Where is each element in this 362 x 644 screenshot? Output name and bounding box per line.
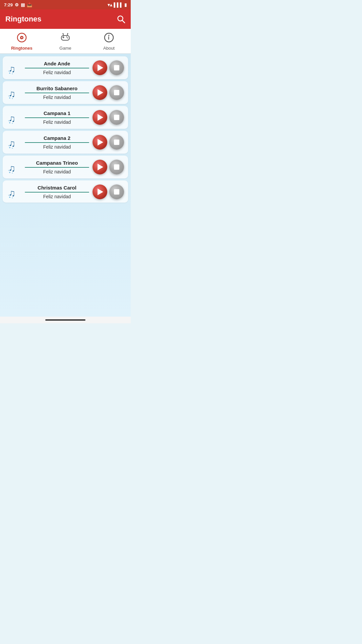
- about-tab-icon: i: [104, 32, 114, 44]
- svg-text:i: i: [108, 35, 109, 41]
- home-indicator: [45, 319, 85, 321]
- card-info: Burrito Sabanero Feliz navidad: [25, 86, 89, 100]
- svg-point-39: [9, 197, 10, 198]
- stop-button[interactable]: [109, 160, 124, 174]
- play-button[interactable]: [93, 160, 107, 174]
- svg-point-29: [8, 120, 9, 121]
- ringtone-card: ♫ Campana 1 Feliz navidad: [3, 106, 128, 129]
- ringtone-title: Ande Ande: [25, 61, 89, 66]
- music-note-icon: ♫: [8, 86, 20, 99]
- svg-point-13: [63, 33, 64, 34]
- stop-button[interactable]: [109, 110, 124, 125]
- music-icon-wrap: ♫: [7, 110, 21, 125]
- card-actions: [93, 110, 124, 125]
- ringtone-subtitle: Feliz navidad: [25, 194, 89, 199]
- svg-point-10: [67, 38, 68, 39]
- ringtone-title: Burrito Sabanero: [25, 86, 89, 91]
- stop-icon: [114, 115, 119, 120]
- sim-icon: ▤: [21, 2, 25, 7]
- card-actions: [93, 135, 124, 150]
- card-info: Campana 1 Feliz navidad: [25, 110, 89, 125]
- ringtone-subtitle: Feliz navidad: [25, 95, 89, 100]
- music-note-icon: ♫: [8, 111, 20, 124]
- play-button[interactable]: [93, 184, 107, 199]
- ringtone-subtitle: Feliz navidad: [25, 169, 89, 174]
- app-title: Ringtones: [5, 15, 42, 23]
- card-divider: [25, 93, 89, 93]
- card-divider: [25, 167, 89, 168]
- svg-line-1: [122, 20, 125, 23]
- ringtone-title: Campana 1: [25, 110, 89, 116]
- svg-point-21: [8, 71, 9, 72]
- music-icon-wrap: ♫: [7, 135, 21, 150]
- app-bar: Ringtones: [0, 9, 131, 29]
- play-icon: [98, 64, 103, 71]
- tab-game[interactable]: Game: [44, 29, 87, 53]
- music-icon-wrap: ♫: [7, 60, 21, 75]
- stop-icon: [114, 65, 119, 70]
- svg-point-14: [67, 33, 68, 34]
- card-actions: [93, 85, 124, 100]
- ringtone-title: Christmas Carol: [25, 185, 89, 191]
- notification-icon: 📥: [27, 2, 32, 7]
- card-info: Christmas Carol Feliz navidad: [25, 185, 89, 199]
- play-icon: [98, 189, 103, 195]
- time: 7:29: [4, 2, 13, 7]
- status-right: ▾▴ ▌▌▌ ▮: [108, 2, 127, 7]
- tab-about-label: About: [103, 46, 115, 51]
- svg-point-31: [9, 147, 10, 148]
- ringtone-card: ♫ Campana 2 Feliz navidad: [3, 131, 128, 154]
- bottom-bar: [0, 317, 131, 323]
- ringtone-subtitle: Feliz navidad: [25, 70, 89, 75]
- svg-point-25: [8, 96, 9, 97]
- tab-ringtones[interactable]: ♫ Ringtones: [0, 29, 44, 53]
- stop-button[interactable]: [109, 85, 124, 100]
- tab-about[interactable]: i About: [87, 29, 131, 53]
- stop-icon: [114, 90, 119, 95]
- card-info: Campana 2 Feliz navidad: [25, 135, 89, 150]
- svg-point-9: [66, 37, 67, 38]
- ringtone-title: Campana 2: [25, 135, 89, 141]
- music-note-icon: ♫: [8, 185, 20, 198]
- stop-button[interactable]: [109, 60, 124, 75]
- card-actions: [93, 184, 124, 199]
- game-tab-icon: [60, 32, 71, 44]
- music-note-icon: ♫: [8, 136, 20, 149]
- ringtone-title: Campanas Trineo: [25, 160, 89, 166]
- play-icon: [98, 164, 103, 170]
- svg-point-27: [9, 122, 10, 123]
- settings-icon: ⚙: [15, 2, 19, 7]
- stop-icon: [114, 140, 119, 145]
- play-icon: [98, 139, 103, 146]
- ringtone-card: ♫ Christmas Carol Feliz navidad: [3, 180, 128, 203]
- stop-button[interactable]: [109, 184, 124, 199]
- play-button[interactable]: [93, 85, 107, 100]
- svg-text:♫: ♫: [19, 36, 22, 40]
- card-info: Campanas Trineo Feliz navidad: [25, 160, 89, 174]
- play-button[interactable]: [93, 135, 107, 150]
- play-icon: [98, 89, 103, 96]
- svg-point-23: [9, 97, 10, 99]
- search-button[interactable]: [117, 15, 125, 23]
- ringtone-subtitle: Feliz navidad: [25, 144, 89, 150]
- ringtones-tab-icon: ♫: [16, 32, 27, 44]
- search-icon: [117, 15, 125, 23]
- card-actions: [93, 60, 124, 75]
- status-bar: 7:29 ⚙ ▤ 📥 ▾▴ ▌▌▌ ▮: [0, 0, 131, 9]
- play-button[interactable]: [93, 110, 107, 125]
- card-divider: [25, 117, 89, 118]
- stop-button[interactable]: [109, 135, 124, 150]
- ringtone-card: ♫ Burrito Sabanero Feliz navidad: [3, 81, 128, 104]
- svg-point-37: [8, 170, 9, 171]
- tab-bar: ♫ Ringtones Game: [0, 29, 131, 54]
- music-note-icon: ♫: [8, 161, 20, 173]
- tab-ringtones-label: Ringtones: [11, 46, 33, 51]
- stop-icon: [114, 189, 119, 195]
- svg-point-33: [8, 145, 9, 146]
- svg-point-19: [9, 72, 10, 74]
- card-divider: [25, 68, 89, 68]
- music-icon-wrap: ♫: [7, 160, 21, 174]
- play-button[interactable]: [93, 60, 107, 75]
- ringtone-card: ♫ Ande Ande Feliz navidad: [3, 56, 128, 79]
- card-divider: [25, 142, 89, 143]
